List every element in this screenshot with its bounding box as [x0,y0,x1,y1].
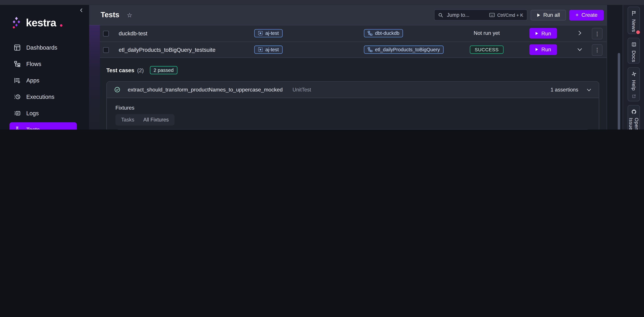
sidebar-item-dashboards[interactable]: Dashboards [10,40,77,55]
favorite-star-icon[interactable]: ☆ [127,11,132,18]
flow-label: etl_dailyProducts_toBigQuery [375,46,440,52]
test-cases-heading: Test cases [106,67,134,73]
sidebar-item-label: Logs [26,110,39,116]
sidebar-item-label: Tests [26,126,40,129]
scrollbar-track [606,5,623,129]
flow-label: dbt-duckdb [375,30,399,36]
flows-icon [14,61,20,67]
check-circle-icon [114,87,120,93]
search-input[interactable] [446,12,482,18]
content-left-gutter [89,25,100,129]
namespace-badge[interactable]: aj-test [254,29,282,37]
create-label: Create [582,12,598,18]
fixtures-heading: Fixtures [116,105,590,111]
expanded-testsuite-panel: Test cases (2) 2 passed extract_should_t… [100,58,606,129]
namespace-badge[interactable]: aj-test [254,45,282,54]
row-checkbox[interactable] [103,47,109,53]
tab-tasks[interactable]: Tasks [117,116,138,124]
sidebar-item-executions[interactable]: Executions [10,89,77,104]
fixtures-tabs: Tasks All Fixtures [116,114,174,126]
expand-chevron-right-icon[interactable] [577,30,583,36]
test-name[interactable]: duckdb-test [119,30,148,36]
notification-dot [636,29,641,35]
keyboard-icon [489,13,495,17]
state-text: Not run yet [474,30,500,36]
flow-icon [368,47,372,52]
kestra-logo[interactable]: kestra [10,16,62,29]
row-menu-button[interactable]: ⋮ [592,28,602,39]
open-issue-button[interactable]: Open an Issue [628,105,640,129]
namespace-label: aj-test [265,30,279,36]
search-icon [438,12,443,17]
kestra-app: kestra Dashboards Flows Apps Executions [0,0,644,129]
jump-to-search[interactable]: Ctrl/Cmd + K [434,9,528,20]
row-menu-button[interactable]: ⋮ [592,44,602,56]
test-case-card: extract_should_transform_productNames_to… [106,81,599,129]
test-cases-count: (2) [137,67,144,73]
book-icon [631,42,636,47]
test-name[interactable]: etl_dailyProducts_toBigQuery_testsuite [119,46,216,53]
help-button[interactable]: Help [628,67,640,101]
assertions-count: 1 assertions [550,87,578,92]
namespace-icon [258,31,263,36]
flow-icon [368,31,372,36]
chevron-left-icon [79,8,84,13]
row-checkbox[interactable] [103,31,109,36]
flow-badge[interactable]: etl_dailyProducts_toBigQuery [364,45,444,54]
test-case-name: extract_should_transform_productNames_to… [128,87,283,93]
test-case-header[interactable]: extract_should_transform_productNames_to… [107,82,599,98]
sidebar-item-label: Flows [26,61,42,67]
docs-button[interactable]: Docs [628,38,640,63]
fixture-container: - id: send_slack_message_started descrip… [116,129,590,129]
logo-dot [60,24,62,27]
collapse-chevron-down-icon[interactable] [577,46,583,52]
table-row[interactable]: duckdb-test aj-test dbt-duckdb Not run y… [100,25,606,42]
logs-icon [14,110,20,116]
sidebar-collapse-button[interactable] [79,8,84,13]
flow-badge[interactable]: dbt-duckdb [364,29,403,37]
chevron-down-icon[interactable] [586,87,591,92]
sidebar-item-flows[interactable]: Flows [10,57,77,71]
namespace-label: aj-test [265,46,279,52]
play-icon [537,13,540,17]
run-all-label: Run all [543,12,560,18]
shortcut-label: Ctrl/Cmd + K [497,12,523,17]
sidebar-nav: Dashboards Flows Apps Executions Logs Te… [0,40,89,129]
help-label: Help [631,80,636,91]
run-label: Run [541,46,551,53]
table-row[interactable]: etl_dailyProducts_toBigQuery_testsuite a… [100,42,606,58]
github-icon [631,109,636,114]
sidebar-item-tests[interactable]: Tests [10,122,77,129]
sidebar-item-apps[interactable]: Apps [10,73,77,88]
tests-flask-icon [14,126,20,129]
main-content: Tests ☆ Ctrl/Cmd + K Run all + C [89,5,606,129]
run-button[interactable]: Run [530,28,557,39]
sidebar-item-logs[interactable]: Logs [10,106,77,121]
tab-all-fixtures[interactable]: All Fixtures [139,116,173,124]
test-case-type: UnitTest [292,87,311,92]
executions-icon [14,93,20,100]
play-icon [535,47,538,51]
sidebar-item-label: Executions [26,93,54,100]
sidebar-item-label: Apps [26,77,40,84]
tests-table: duckdb-test aj-test dbt-duckdb Not run y… [100,25,606,58]
run-all-button[interactable]: Run all [531,10,566,20]
create-button[interactable]: + Create [569,10,604,20]
apps-icon [14,77,20,84]
scrollbar-thumb[interactable] [618,53,620,129]
page-title: Tests [100,11,120,19]
flag-icon [631,11,636,16]
news-label: News [631,19,636,32]
docs-label: Docs [631,50,636,62]
kestra-logo-icon [10,16,22,29]
external-link-icon [632,94,636,98]
news-button[interactable]: News [628,6,640,34]
run-button[interactable]: Run [530,44,557,55]
plus-icon: + [576,12,578,18]
status-badge: SUCCESS [470,45,504,54]
right-rail: News Docs Help Open an Issue Get a demo … [623,5,644,129]
dashboards-icon [14,44,20,51]
sidebar-item-label: Dashboards [26,44,57,51]
sidebar: kestra Dashboards Flows Apps Executions [0,5,90,129]
open-issue-label: Open an Issue [628,118,640,129]
